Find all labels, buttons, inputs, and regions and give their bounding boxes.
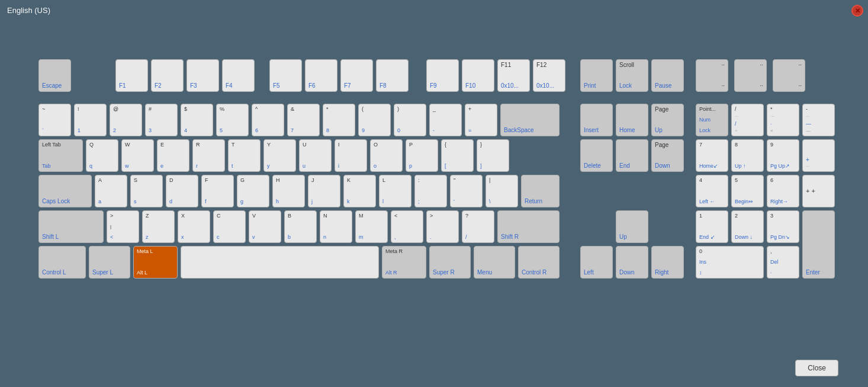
key-minus[interactable]: _ -: [429, 104, 462, 136]
window-close-button[interactable]: ✕: [851, 5, 863, 17]
key-home[interactable]: Home: [616, 104, 648, 136]
key-num-enter[interactable]: Enter: [802, 210, 835, 279]
key-3[interactable]: # 3: [145, 104, 178, 136]
key-x[interactable]: X x: [178, 210, 210, 243]
key-4[interactable]: $ 4: [181, 104, 213, 136]
key-1[interactable]: ! 1: [74, 104, 107, 136]
key-equals[interactable]: + =: [465, 104, 497, 136]
key-insert[interactable]: Insert: [580, 104, 613, 136]
key-o[interactable]: O o: [370, 139, 403, 172]
key-period[interactable]: > .: [426, 210, 459, 243]
key-comma[interactable]: < ,: [391, 210, 423, 243]
key-c[interactable]: C c: [213, 210, 246, 243]
key-scroll-lock[interactable]: Scroll Lock: [616, 59, 648, 92]
key-num-slash[interactable]: / ··· / ÷: [731, 104, 764, 136]
key-f2[interactable]: F2: [151, 59, 184, 92]
key-m[interactable]: M m: [355, 210, 388, 243]
key-num3[interactable]: 3 Pg Dn↘: [767, 210, 799, 243]
key-2[interactable]: @ 2: [110, 104, 142, 136]
key-f[interactable]: F f: [201, 175, 234, 207]
key-w[interactable]: W w: [121, 139, 154, 172]
key-caps-lock[interactable]: Caps Lock: [38, 175, 92, 207]
key-backtick[interactable]: ~ `: [38, 104, 71, 136]
key-f7[interactable]: F7: [340, 59, 373, 92]
key-e[interactable]: E e: [157, 139, 189, 172]
key-left[interactable]: Left: [580, 246, 613, 279]
key-quote[interactable]: " ': [450, 175, 483, 207]
key-g[interactable]: G g: [237, 175, 269, 207]
key-num2[interactable]: 2 Down ↓: [731, 210, 764, 243]
key-num9[interactable]: 9 Pg Up↗: [767, 139, 799, 172]
key-num7[interactable]: 7 Home↙: [696, 139, 728, 172]
key-num5[interactable]: 5 Begin⇔: [731, 175, 764, 207]
key-num-decimal[interactable]: , Del ·: [767, 246, 799, 279]
key-page-down[interactable]: Page Down: [651, 139, 684, 172]
key-a[interactable]: A a: [95, 175, 127, 207]
key-9[interactable]: ( 9: [358, 104, 391, 136]
key-pause[interactable]: Pause: [651, 59, 684, 92]
key-y[interactable]: Y y: [263, 139, 296, 172]
key-semicolon[interactable]: : ;: [414, 175, 447, 207]
key-down[interactable]: Down: [616, 246, 648, 279]
key-f9[interactable]: F9: [426, 59, 459, 92]
key-b[interactable]: B b: [284, 210, 317, 243]
key-end[interactable]: End: [616, 139, 648, 172]
key-num-minus[interactable]: - ··· — —: [802, 104, 835, 136]
key-p[interactable]: P p: [406, 139, 438, 172]
key-up[interactable]: Up: [616, 210, 648, 243]
key-delete[interactable]: Delete: [580, 139, 613, 172]
key-f5[interactable]: F5: [269, 59, 302, 92]
key-control-l[interactable]: Control L: [38, 246, 86, 279]
key-backslash[interactable]: | \: [486, 175, 518, 207]
key-extra3[interactable]: ·· ··: [773, 59, 805, 92]
key-super-r[interactable]: Super R: [429, 246, 471, 279]
key-f10[interactable]: F10: [462, 59, 494, 92]
key-page-up[interactable]: Page Up: [651, 104, 684, 136]
key-j[interactable]: J j: [308, 175, 340, 207]
key-space[interactable]: [181, 246, 379, 279]
key-s[interactable]: S s: [130, 175, 163, 207]
key-num-plus-top[interactable]: + ···: [802, 139, 835, 172]
key-control-r[interactable]: Control R: [518, 246, 560, 279]
key-z[interactable]: Z z: [142, 210, 175, 243]
key-tab[interactable]: Left Tab Tab: [38, 139, 83, 172]
key-shift-r[interactable]: Shift R: [497, 210, 560, 243]
close-button[interactable]: Close: [795, 360, 838, 376]
key-f8[interactable]: F8: [376, 59, 409, 92]
key-5[interactable]: % 5: [216, 104, 249, 136]
key-num4[interactable]: 4 Left ←: [696, 175, 728, 207]
key-f1[interactable]: F1: [115, 59, 148, 92]
key-f3[interactable]: F3: [187, 59, 219, 92]
key-backspace[interactable]: BackSpace: [500, 104, 560, 136]
key-right[interactable]: Right: [651, 246, 684, 279]
key-i[interactable]: I i: [335, 139, 367, 172]
key-extra2[interactable]: ·· ··: [734, 59, 767, 92]
key-f6[interactable]: F6: [305, 59, 337, 92]
key-extra1[interactable]: ·· ··: [696, 59, 728, 92]
key-print[interactable]: Print: [580, 59, 613, 92]
key-num6[interactable]: 6 Right→: [767, 175, 799, 207]
key-f11[interactable]: F11 0x10...: [497, 59, 530, 92]
key-t[interactable]: T t: [228, 139, 261, 172]
key-num8[interactable]: 8 Up ↑: [731, 139, 764, 172]
key-l[interactable]: L l: [379, 175, 412, 207]
key-super-l[interactable]: Super L: [89, 246, 130, 279]
key-num-asterisk[interactable]: * ··· · ×: [767, 104, 799, 136]
key-return[interactable]: Return: [521, 175, 560, 207]
key-num0[interactable]: 0 Ins ↕: [696, 246, 764, 279]
key-menu[interactable]: Menu: [474, 246, 515, 279]
key-f4[interactable]: F4: [222, 59, 255, 92]
key-num1[interactable]: 1 End ↙: [696, 210, 728, 243]
key-escape[interactable]: Escape: [38, 59, 71, 92]
key-numlock[interactable]: Point... Num Lock: [696, 104, 728, 136]
key-6[interactable]: ^ 6: [252, 104, 284, 136]
key-n[interactable]: N n: [320, 210, 352, 243]
key-slash[interactable]: ? /: [462, 210, 494, 243]
key-q[interactable]: Q q: [86, 139, 118, 172]
key-h[interactable]: H h: [272, 175, 305, 207]
key-shift-l[interactable]: Shift L: [38, 210, 104, 243]
key-r[interactable]: R r: [192, 139, 225, 172]
key-v[interactable]: V v: [249, 210, 281, 243]
key-7[interactable]: & 7: [287, 104, 320, 136]
key-d[interactable]: D d: [166, 175, 198, 207]
